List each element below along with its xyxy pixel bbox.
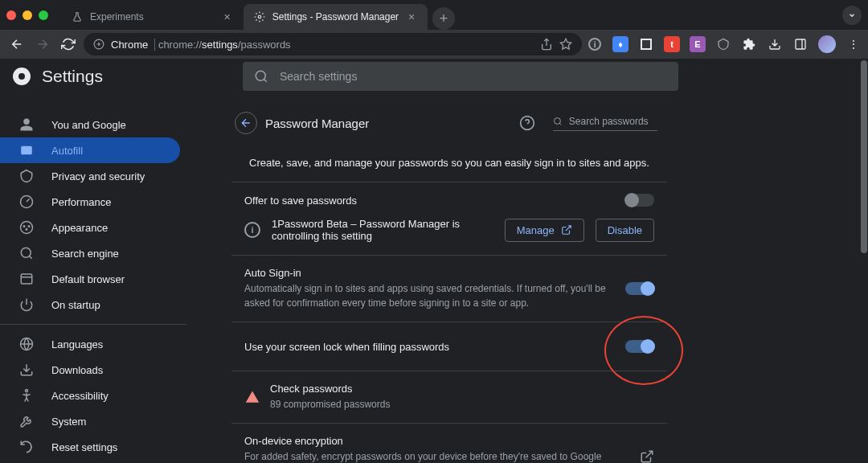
- settings-header: Settings: [0, 59, 860, 94]
- extension-icon-4[interactable]: t: [664, 36, 680, 52]
- offer-to-save-label: Offer to save passwords: [244, 195, 616, 207]
- screen-lock-toggle[interactable]: [625, 340, 654, 353]
- extension-icon-6[interactable]: [715, 36, 731, 52]
- auto-signin-desc: Automatically sign in to sites and apps …: [244, 281, 616, 310]
- search-icon: [254, 69, 268, 84]
- disable-button[interactable]: Disable: [596, 219, 654, 242]
- sidebar-item-system[interactable]: System: [0, 408, 180, 434]
- auto-signin-row: Auto Sign-in Automatically sign in to si…: [231, 256, 667, 322]
- site-info-icon[interactable]: [93, 39, 104, 50]
- share-icon[interactable]: [540, 38, 553, 51]
- extension-icon-3[interactable]: [638, 36, 654, 52]
- close-tab-icon[interactable]: ×: [405, 10, 418, 23]
- tabs-dropdown-button[interactable]: [842, 6, 862, 25]
- tab-label: Experiments: [90, 11, 144, 23]
- sidebar-label: You and Google: [51, 119, 126, 131]
- svg-rect-5: [21, 146, 32, 155]
- back-button[interactable]: [6, 33, 27, 55]
- check-passwords-row[interactable]: Check passwords 89 compromised passwords: [231, 371, 667, 424]
- tab-settings-password-manager[interactable]: Settings - Password Manager ×: [244, 4, 428, 30]
- sidebar-item-downloads[interactable]: Downloads: [0, 357, 180, 383]
- external-link-icon: [561, 224, 572, 236]
- sidebar-label: Performance: [51, 196, 111, 208]
- search-settings-box[interactable]: [243, 62, 678, 91]
- svg-point-9: [28, 226, 30, 227]
- accessibility-icon: [19, 388, 34, 403]
- sidebar-label: On startup: [51, 299, 100, 311]
- sidebar-item-search-engine[interactable]: Search engine: [0, 240, 180, 266]
- external-link-icon: [640, 449, 654, 463]
- sidebar-label: Autofill: [51, 145, 83, 157]
- encryption-row[interactable]: On-device encryption For added safety, e…: [231, 424, 667, 463]
- tab-label: Settings - Password Manager: [272, 11, 399, 23]
- svg-rect-12: [21, 274, 32, 284]
- reset-icon: [19, 440, 34, 454]
- extension-icon-2[interactable]: ♦: [612, 36, 628, 52]
- maximize-window-button[interactable]: [39, 10, 48, 20]
- auto-signin-toggle[interactable]: [625, 282, 654, 295]
- person-icon: [19, 117, 34, 132]
- minimize-window-button[interactable]: [23, 10, 32, 20]
- reload-button[interactable]: [58, 33, 79, 55]
- new-tab-button[interactable]: +: [432, 7, 455, 30]
- manage-button[interactable]: Manage: [505, 219, 584, 242]
- search-passwords-input[interactable]: [569, 116, 657, 127]
- offer-to-save-toggle[interactable]: [625, 194, 654, 207]
- sidebar-label: Search engine: [51, 248, 119, 260]
- sidebar-item-reset[interactable]: Reset settings: [0, 434, 180, 460]
- close-tab-icon[interactable]: ×: [221, 10, 234, 23]
- sidebar-item-languages[interactable]: Languages: [0, 331, 180, 357]
- scrollbar-thumb[interactable]: [861, 60, 867, 253]
- controller-notice-row: i 1Password Beta – Password Manager is c…: [231, 213, 667, 256]
- browser-toolbar: Chrome chrome://settings/passwords i ♦ t…: [0, 30, 868, 59]
- help-icon[interactable]: [519, 115, 535, 131]
- svg-point-10: [26, 229, 27, 231]
- address-bar[interactable]: Chrome chrome://settings/passwords: [84, 33, 582, 55]
- download-icon: [19, 363, 34, 377]
- intro-text: Create, save, and manage your passwords …: [231, 144, 667, 182]
- tab-strip: Experiments × Settings - Password Manage…: [61, 0, 455, 30]
- sidebar-item-performance[interactable]: Performance: [0, 189, 180, 215]
- search-settings-input[interactable]: [280, 70, 667, 83]
- sidebar-item-autofill[interactable]: Autofill: [0, 137, 180, 163]
- check-passwords-desc: 89 compromised passwords: [270, 397, 654, 412]
- gear-icon: [253, 10, 266, 23]
- check-passwords-title: Check passwords: [270, 383, 654, 395]
- screen-lock-label: Use your screen lock when filling passwo…: [244, 341, 616, 353]
- search-passwords-box[interactable]: [553, 116, 657, 131]
- extensions-menu-icon[interactable]: [741, 36, 757, 52]
- sidebar-label: Languages: [51, 338, 103, 350]
- tab-experiments[interactable]: Experiments ×: [61, 4, 244, 30]
- sidebar-item-default-browser[interactable]: Default browser: [0, 266, 180, 292]
- back-to-autofill-button[interactable]: [235, 112, 257, 134]
- svg-point-17: [554, 117, 560, 124]
- autofill-icon: [19, 143, 34, 158]
- sidebar-label: Downloads: [51, 364, 103, 376]
- bookmark-star-icon[interactable]: [559, 38, 572, 51]
- extension-icon-1[interactable]: i: [587, 36, 603, 52]
- close-window-button[interactable]: [6, 10, 16, 20]
- browser-menu-icon[interactable]: ⋮: [845, 36, 862, 52]
- controller-text: 1Password Beta – Password Manager is con…: [272, 218, 493, 242]
- side-panel-icon[interactable]: [792, 36, 809, 52]
- svg-point-11: [21, 248, 31, 257]
- profile-avatar[interactable]: [818, 35, 836, 53]
- svg-point-4: [256, 71, 265, 80]
- wrench-icon: [19, 414, 34, 428]
- browser-icon: [19, 272, 34, 286]
- url-text: Chrome chrome://settings/passwords: [111, 39, 291, 51]
- sidebar-item-accessibility[interactable]: Accessibility: [0, 383, 180, 408]
- titlebar: Experiments × Settings - Password Manage…: [0, 0, 868, 30]
- sidebar-item-on-startup[interactable]: On startup: [0, 292, 180, 318]
- globe-icon: [19, 337, 34, 351]
- sidebar-item-you-and-google[interactable]: You and Google: [0, 112, 180, 137]
- sidebar-item-privacy[interactable]: Privacy and security: [0, 163, 180, 189]
- svg-point-8: [23, 226, 25, 227]
- settings-app-title: Settings: [42, 67, 103, 86]
- svg-rect-2: [796, 39, 805, 49]
- extension-icon-5[interactable]: E: [690, 36, 706, 52]
- downloads-icon[interactable]: [767, 36, 783, 52]
- page-header: Password Manager: [231, 102, 667, 144]
- sidebar-item-appearance[interactable]: Appearance: [0, 215, 180, 240]
- forward-button[interactable]: [32, 33, 53, 55]
